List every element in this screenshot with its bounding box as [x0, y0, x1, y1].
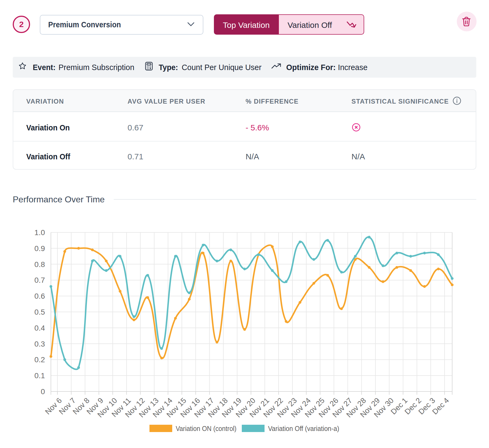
svg-text:0.7: 0.7 — [34, 276, 45, 284]
svg-text:0.2: 0.2 — [34, 355, 45, 364]
svg-text:Variation ON (control): Variation ON (control) — [176, 425, 236, 432]
svg-text:0.1: 0.1 — [34, 371, 45, 380]
svg-text:Variation Off (variation-a): Variation Off (variation-a) — [268, 424, 339, 432]
svg-text:0.9: 0.9 — [34, 244, 45, 253]
svg-text:0.8: 0.8 — [34, 260, 45, 269]
svg-text:0.6: 0.6 — [34, 292, 45, 300]
svg-text:1.0: 1.0 — [34, 228, 45, 237]
svg-text:0.4: 0.4 — [34, 324, 45, 332]
svg-text:0.5: 0.5 — [34, 308, 45, 316]
svg-text:0: 0 — [41, 387, 45, 396]
svg-text:0.3: 0.3 — [34, 340, 45, 348]
